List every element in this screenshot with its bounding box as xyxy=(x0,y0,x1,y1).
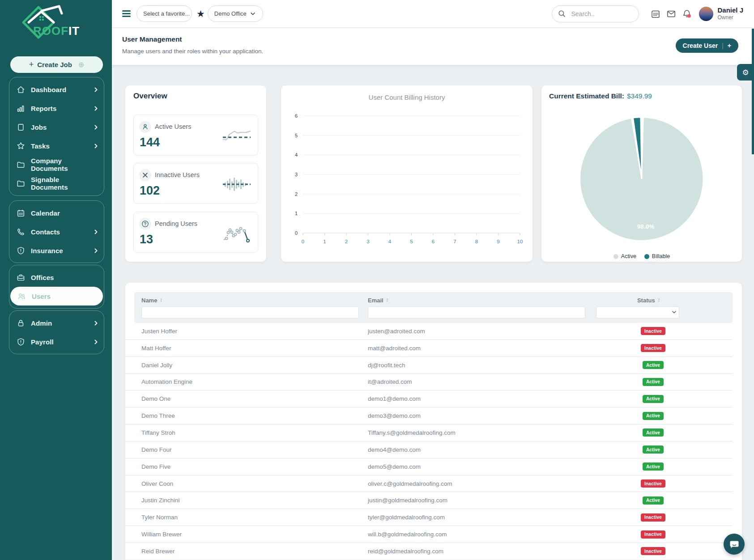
status-badge: Inactive xyxy=(641,327,665,335)
status-badge: Inactive xyxy=(641,513,665,522)
status-badge: Active xyxy=(643,361,664,369)
sidebar-item-label: Contacts xyxy=(31,228,94,236)
sidebar-item-tasks[interactable]: Tasks xyxy=(9,136,104,155)
user-menu[interactable]: Daniel J Owner xyxy=(717,6,743,21)
table-row[interactable]: William Brewerwill.b@goldmedalroofing.co… xyxy=(125,526,733,543)
table-header-bar: Name ▲▼ Email ▲▼ Status ▲▼ xyxy=(134,292,733,323)
user-email: reid@goldmedalroofing.com xyxy=(368,548,596,555)
table-row[interactable]: Matt Hoffermatt@adroited.comInactive xyxy=(125,340,733,357)
table-row[interactable]: Demo Fivedemo5@demo.comActive xyxy=(125,458,733,475)
create-job-button[interactable]: + Create Job ⊕ xyxy=(10,56,103,73)
table-row[interactable]: Demo Onedemo1@demo.comActive xyxy=(125,390,733,407)
status-filter-select[interactable] xyxy=(596,306,679,318)
legend-item-active[interactable]: Active xyxy=(613,253,636,259)
svg-text:4: 4 xyxy=(295,152,298,157)
table-row[interactable]: Demo Threedemo3@demo.comActive xyxy=(125,407,733,424)
mail-icon[interactable] xyxy=(666,9,676,19)
active-users-sparkline xyxy=(222,127,251,144)
scrollbar-thumb[interactable] xyxy=(752,29,754,154)
sidebar-item-label: Dashboard xyxy=(31,86,94,93)
user-name: Demo Five xyxy=(141,463,368,470)
create-user-button[interactable]: Create User | + xyxy=(676,38,738,53)
table-row[interactable]: Demo Fourdemo4@demo.comActive xyxy=(125,441,733,458)
user-role: Owner xyxy=(717,14,743,21)
sidebar-item-admin[interactable]: Admin xyxy=(9,314,104,332)
sidebar-item-jobs[interactable]: Jobs xyxy=(9,118,104,136)
pie-slice-label: 98.0% xyxy=(637,223,654,230)
star-icon xyxy=(17,142,25,150)
calendar-icon xyxy=(17,209,25,217)
name-filter-input[interactable] xyxy=(141,306,359,318)
table-row[interactable]: Oliver Coonoliver.c@goldmedalroofing.com… xyxy=(125,475,733,492)
table-row[interactable]: Justen Hofferjusten@adroited.comInactive xyxy=(125,323,733,340)
svg-text:5: 5 xyxy=(410,239,413,244)
create-user-label: Create User xyxy=(683,42,718,49)
sidebar-item-calendar[interactable]: Calendar xyxy=(9,204,104,222)
search-input[interactable] xyxy=(570,10,626,18)
chat-launcher-button[interactable] xyxy=(724,534,745,555)
sidebar-item-label: Offices xyxy=(31,274,98,281)
svg-text:6: 6 xyxy=(432,239,435,244)
office-select[interactable]: Demo Office xyxy=(208,5,263,22)
user-email: demo4@demo.com xyxy=(368,446,596,453)
sidebar-item-offices[interactable]: Offices xyxy=(9,268,104,287)
sidebar-item-company-documents[interactable]: Company Documents xyxy=(9,155,104,174)
user-name: Justen Hoffer xyxy=(141,328,368,335)
user-avatar[interactable] xyxy=(699,7,713,21)
pie-legend: Active Billable xyxy=(541,253,742,259)
column-header-status[interactable]: Status ▲▼ xyxy=(596,297,724,304)
svg-text:ROOFIT: ROOFIT xyxy=(33,24,80,38)
sidebar-item-payroll[interactable]: Payroll xyxy=(9,332,104,351)
office-select-value: Demo Office xyxy=(214,10,247,17)
svg-text:10: 10 xyxy=(517,239,523,244)
phone-icon xyxy=(17,228,25,236)
table-row[interactable]: Reid Brewerreid@goldmedalroofing.comInac… xyxy=(125,543,733,560)
app-root: ROOFIT + Create Job ⊕ DashboardReportsJo… xyxy=(0,0,754,560)
user-email: justin@goldmedalroofing.com xyxy=(368,497,596,504)
status-badge: Active xyxy=(643,412,664,420)
svg-text:0: 0 xyxy=(302,239,304,244)
svg-text:2: 2 xyxy=(295,191,298,197)
column-header-name[interactable]: Name ▲▼ xyxy=(141,297,368,304)
column-header-email[interactable]: Email ▲▼ xyxy=(368,297,596,304)
legend-item-billable[interactable]: Billable xyxy=(644,253,670,259)
favorite-star-icon[interactable]: ★ xyxy=(196,9,205,18)
inactive-users-sparkline xyxy=(222,176,251,193)
table-row[interactable]: Justin Zinchinijustin@goldmedalroofing.c… xyxy=(125,492,733,509)
user-email: tyler@goldmedalroofing.com xyxy=(368,514,596,521)
bell-icon[interactable] xyxy=(682,9,692,19)
user-name: William Brewer xyxy=(141,531,368,538)
sidebar-item-users[interactable]: Users xyxy=(10,287,103,305)
table-row[interactable]: Tiffany StrohTiffany.s@goldmedalroofing.… xyxy=(125,424,733,441)
table-row[interactable]: Tyler Normantyler@goldmedalroofing.comIn… xyxy=(125,509,733,526)
chevron-right-icon xyxy=(94,248,98,253)
page-subtitle: Manage users and their roles within your… xyxy=(122,48,263,55)
sidebar-item-signable-documents[interactable]: Signable Documents xyxy=(9,174,104,193)
email-filter-input[interactable] xyxy=(368,306,585,318)
search-icon xyxy=(558,9,567,18)
legend-label: Active xyxy=(621,253,636,259)
user-email: demo1@demo.com xyxy=(368,395,596,402)
overview-card: Overview Active Users 144 Innactive User… xyxy=(125,85,266,262)
stat-label: Innactive Users xyxy=(155,171,200,178)
sidebar-item-insurance[interactable]: Insurance xyxy=(9,241,104,260)
table-row[interactable]: Daniel Jollydj@roofit.techActive xyxy=(125,357,733,374)
sidebar-item-contacts[interactable]: Contacts xyxy=(9,222,104,241)
user-name: Daniel J xyxy=(717,6,743,15)
user-name: Tyler Norman xyxy=(141,514,368,521)
sidebar-item-label: Users xyxy=(32,293,97,300)
sidebar-item-label: Signable Documents xyxy=(31,176,98,191)
hamburger-menu-icon[interactable] xyxy=(122,10,131,17)
sidebar-item-reports[interactable]: Reports xyxy=(9,99,104,118)
user-email: demo5@demo.com xyxy=(368,463,596,470)
table-row[interactable]: Automation Engineit@adroited.comActive xyxy=(125,374,733,391)
chevron-right-icon xyxy=(94,106,98,111)
logo-text-roof: ROOF xyxy=(33,24,68,38)
sidebar-item-dashboard[interactable]: Dashboard xyxy=(9,80,104,99)
pending-users-sparkline xyxy=(222,225,251,244)
favorite-select[interactable]: Select a favorite... xyxy=(136,5,192,22)
x-icon xyxy=(139,169,151,181)
calendar-icon[interactable] xyxy=(651,9,660,19)
user-email: justen@adroited.com xyxy=(368,328,596,335)
user-email: Tiffany.s@goldmedalroofing.com xyxy=(368,429,596,436)
